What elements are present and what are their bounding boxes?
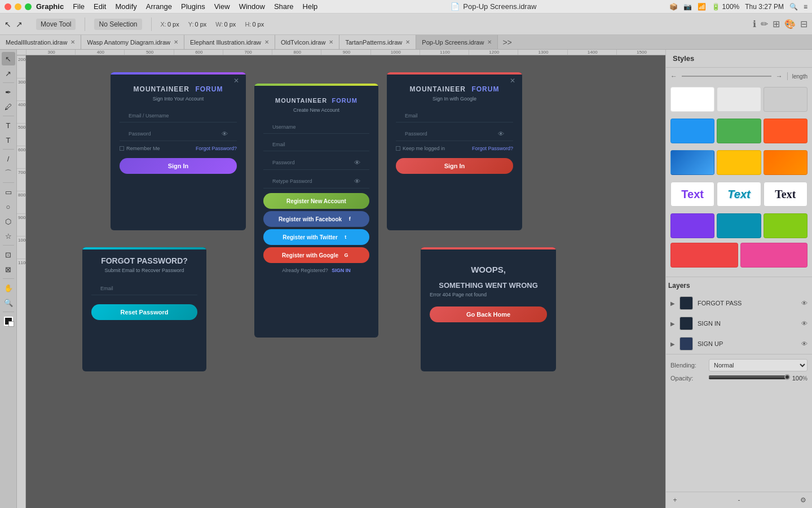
tab-close-oldtv[interactable]: ✕ (329, 39, 333, 45)
text-swatch-bold[interactable]: Text (670, 182, 714, 207)
google-password-field[interactable]: Password 👁 (396, 127, 513, 141)
layer-eye-forgot[interactable]: 👁 (801, 300, 807, 306)
tab-medal[interactable]: MedalIllustration.idraw ✕ (0, 35, 81, 50)
tab-popup[interactable]: Pop-Up Screens.idraw ✕ (416, 35, 498, 50)
blending-select[interactable]: Normal (709, 359, 807, 371)
search-icon[interactable]: 🔍 (789, 3, 798, 11)
twitter-btn[interactable]: Register with Twitter t (263, 229, 369, 245)
layer-eye-signup[interactable]: 👁 (801, 340, 807, 347)
tab-oldtv[interactable]: OldTvIcon.idraw ✕ (275, 35, 339, 50)
text-tool[interactable]: T (2, 119, 15, 132)
swatch-red[interactable] (670, 243, 738, 268)
layers-icon[interactable]: ⊟ (800, 19, 807, 29)
swatch-gray[interactable] (764, 87, 807, 112)
signin-eye-icon[interactable]: 👁 (222, 130, 228, 137)
google-eye-icon[interactable]: 👁 (498, 130, 504, 137)
layer-signin[interactable]: ▶ SIGN IN 👁 (666, 313, 812, 334)
transform-tool[interactable]: ⊡ (2, 248, 15, 261)
signin-password-field[interactable]: Password 👁 (120, 127, 237, 141)
pen-icon[interactable]: ✏ (761, 19, 768, 29)
tab-tartan[interactable]: TartanPatterns.idraw ✕ (339, 35, 416, 50)
tab-wasp[interactable]: Wasp Anatomy Diagram.idraw ✕ (81, 35, 184, 50)
facebook-btn[interactable]: Register with Facebook f (263, 211, 369, 227)
swatch-pink[interactable] (740, 243, 808, 268)
tab-overflow[interactable]: >> (498, 38, 516, 47)
tab-close-tartan[interactable]: ✕ (405, 39, 410, 45)
swatch-white[interactable] (670, 87, 714, 112)
go-home-btn[interactable]: Go Back Home (430, 306, 547, 322)
signin-forgot-link[interactable]: Forgot Password? (196, 146, 237, 151)
forgot-email-field[interactable]: Email (91, 282, 197, 295)
text-swatch-serif[interactable]: Text (764, 182, 807, 207)
type-tool[interactable]: T (2, 133, 15, 147)
left-arrow-btn[interactable]: ← (670, 72, 677, 80)
create-password-field[interactable]: Password 👁 (263, 156, 369, 170)
menu-view[interactable]: View (214, 2, 230, 11)
signin-btn[interactable]: Sign In (120, 158, 237, 174)
add-layer-btn[interactable]: + (670, 496, 679, 505)
card-error404[interactable]: WOOPS, SOMETHING WENT WRONG Error 404 Pa… (421, 247, 556, 371)
list-icon[interactable]: ≡ (804, 3, 807, 11)
signin-remember-checkbox[interactable] (120, 146, 124, 151)
pen-tool[interactable]: ✒ (2, 85, 15, 99)
star-tool[interactable]: ☆ (2, 229, 15, 243)
info-icon[interactable]: ℹ (753, 19, 756, 29)
traffic-lights[interactable] (5, 3, 32, 10)
register-btn[interactable]: Register New Account (263, 193, 369, 209)
minimize-button[interactable] (15, 3, 21, 10)
rect-tool[interactable]: ▭ (2, 185, 15, 199)
swatch-blue-grad[interactable] (670, 150, 714, 175)
tab-close-popup[interactable]: ✕ (487, 39, 492, 45)
google-btn[interactable]: Register with Google G (263, 247, 369, 263)
fill-swatch[interactable] (2, 314, 15, 328)
zoom-tool[interactable]: 🔍 (2, 296, 15, 309)
swatch-purple[interactable] (670, 213, 714, 238)
create-retype-eye-icon[interactable]: 👁 (354, 178, 360, 185)
tab-close-medal[interactable]: ✕ (70, 39, 75, 45)
signin-close-btn[interactable]: ✕ (233, 77, 241, 85)
menu-modify[interactable]: Modify (115, 2, 136, 11)
google-remember-checkbox[interactable] (396, 146, 400, 151)
grid-icon[interactable]: ⊞ (773, 19, 780, 29)
direct-select-tool[interactable]: ↗ (2, 67, 15, 80)
google-email-field[interactable]: Email (396, 110, 513, 122)
card-signin[interactable]: ✕ MOUNTAINEER FORUM Sign Into Your Accou… (111, 72, 246, 230)
direct-select-icon[interactable]: ↗ (16, 20, 23, 29)
tab-close-wasp[interactable]: ✕ (174, 39, 178, 45)
menu-help[interactable]: Help (303, 2, 318, 11)
menu-arrange[interactable]: Arrange (146, 2, 172, 11)
brush-tool[interactable]: 🖊 (2, 100, 15, 113)
google-signin-close-btn[interactable]: ✕ (510, 77, 518, 85)
sign-in-link[interactable]: SIGN IN (332, 268, 351, 273)
tab-close-elephant[interactable]: ✕ (264, 39, 269, 45)
create-email-field[interactable]: Email (263, 138, 369, 151)
line-tool[interactable]: / (2, 152, 15, 165)
card-google-signin[interactable]: ✕ MOUNTAINEER FORUM Sign In with Google … (387, 72, 522, 230)
swatch-blue[interactable] (670, 119, 714, 143)
google-signin-btn[interactable]: Sign In (396, 158, 513, 174)
swatch-lightgray[interactable] (717, 87, 761, 112)
tab-elephant[interactable]: Elephant Illustration.idraw ✕ (184, 35, 275, 50)
select-tool-icon[interactable]: ↖ (5, 20, 11, 29)
circle-tool[interactable]: ○ (2, 200, 15, 213)
crop-tool[interactable]: ⊠ (2, 262, 15, 276)
card-create-account[interactable]: MOUNTAINEER FORUM Create New Account Use… (254, 84, 378, 338)
layer-signup[interactable]: ▶ SIGN UP 👁 (666, 334, 812, 354)
card-forgot-password[interactable]: FORGOT PASSWORD? Submit Email to Recover… (82, 247, 206, 371)
move-tool[interactable]: ↖ (2, 52, 15, 65)
right-arrow-btn[interactable]: → (776, 72, 783, 80)
canvas[interactable]: ✕ MOUNTAINEER FORUM Sign Into Your Accou… (26, 55, 665, 508)
google-forgot-link[interactable]: Forgot Password? (472, 146, 513, 151)
create-eye-icon[interactable]: 👁 (354, 159, 360, 166)
menu-window[interactable]: Window (239, 2, 265, 11)
polygon-tool[interactable]: ⬡ (2, 214, 15, 228)
swatch-green[interactable] (717, 119, 761, 143)
settings-btn[interactable]: ⚙ (798, 496, 807, 505)
paint-icon[interactable]: 🎨 (784, 19, 796, 29)
delete-layer-btn[interactable]: - (735, 496, 744, 505)
opacity-slider[interactable] (709, 377, 788, 379)
menu-edit[interactable]: Edit (94, 2, 106, 11)
close-button[interactable] (5, 3, 11, 10)
swatch-orange-grad[interactable] (764, 150, 807, 175)
swatch-cyan[interactable] (717, 213, 761, 238)
